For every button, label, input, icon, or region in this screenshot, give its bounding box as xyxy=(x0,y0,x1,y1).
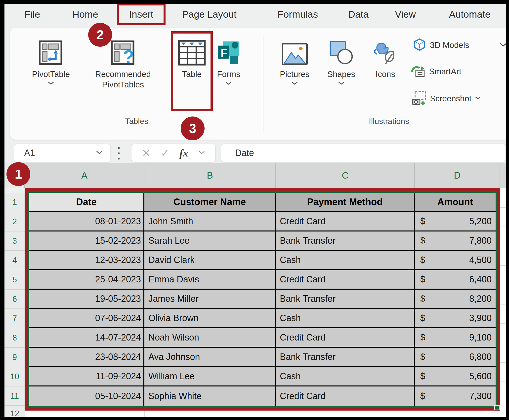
column-header-c[interactable]: C xyxy=(276,163,415,188)
table-cell-method[interactable]: Cash xyxy=(276,367,415,386)
row-header-11[interactable]: 11 xyxy=(4,386,25,406)
table-cell-method[interactable]: Credit Card xyxy=(276,212,415,231)
table-cell-amount[interactable]: $6,800 xyxy=(415,348,496,367)
table-cell-amount[interactable]: $9,100 xyxy=(415,328,496,348)
table-cell-date[interactable]: 07-06-2024 xyxy=(29,309,144,328)
row-header-3[interactable]: 3 xyxy=(4,231,25,251)
chevron-down-icon[interactable] xyxy=(199,151,205,155)
row-header-9[interactable]: 9 xyxy=(4,348,25,367)
table-cell-date[interactable]: 05-10-2024 xyxy=(29,386,144,406)
table-header-cell[interactable]: Amount xyxy=(415,193,496,212)
table-cell-amount[interactable]: $7,800 xyxy=(415,231,496,251)
formula-bar-drag-handle[interactable] xyxy=(117,147,120,159)
table-cell-name[interactable]: John Smith xyxy=(144,212,276,231)
insert-function-icon[interactable]: fx xyxy=(179,147,188,159)
table-cell-method[interactable]: Bank Transfer xyxy=(276,348,415,367)
table-cell-method[interactable]: Bank Transfer xyxy=(276,231,415,251)
chevron-down-icon[interactable] xyxy=(475,96,481,101)
amount-value: 9,100 xyxy=(469,332,492,343)
3d-models-button[interactable]: 3D Models xyxy=(413,38,469,53)
tab-home[interactable]: Home xyxy=(72,7,98,21)
enter-icon[interactable]: ✓ xyxy=(161,147,169,159)
formula-input[interactable]: Date xyxy=(221,144,506,162)
table-cell-method[interactable]: Credit Card xyxy=(276,386,415,406)
table-header-cell[interactable]: Date xyxy=(29,193,144,212)
chevron-down-icon[interactable] xyxy=(48,81,54,86)
table-button[interactable]: Table xyxy=(172,37,211,79)
row-header-4[interactable]: 4 xyxy=(4,251,25,270)
table-cell-name[interactable]: David Clark xyxy=(144,251,276,270)
row-header-2[interactable]: 2 xyxy=(4,212,25,231)
table-cell-date[interactable]: 11-09-2024 xyxy=(29,367,144,386)
select-all-corner[interactable] xyxy=(4,163,25,188)
tab-automate[interactable]: Automate xyxy=(449,7,491,21)
column-header-d[interactable]: D xyxy=(415,163,500,188)
fill-handle[interactable] xyxy=(494,405,500,410)
table-cell-amount[interactable]: $7,300 xyxy=(415,386,496,406)
screenshot-button[interactable]: Screenshot xyxy=(412,90,481,107)
unselected-cells-below[interactable] xyxy=(25,410,500,417)
recommended-pivottables-button[interactable]: ? Recommended PivotTables xyxy=(78,37,168,90)
table-cell-method[interactable]: Cash xyxy=(276,251,415,270)
table-cell-amount[interactable]: $8,200 xyxy=(415,290,496,309)
table-cell-amount[interactable]: $5,600 xyxy=(415,367,496,386)
table-header-cell[interactable]: Payment Method xyxy=(276,193,415,212)
tab-data[interactable]: Data xyxy=(348,7,369,21)
row-header-8[interactable]: 8 xyxy=(4,328,25,348)
table-cell-name[interactable]: Olivia Brown xyxy=(144,309,276,328)
chevron-down-icon[interactable] xyxy=(96,150,103,156)
table-cell-method[interactable]: Credit Card xyxy=(276,270,415,290)
tab-formulas[interactable]: Formulas xyxy=(278,7,318,21)
currency-symbol: $ xyxy=(420,371,425,382)
chevron-down-icon[interactable] xyxy=(225,81,232,86)
table-cell-name[interactable]: Sarah Lee xyxy=(144,231,276,251)
chevron-down-icon[interactable] xyxy=(338,81,344,86)
table-cell-amount[interactable]: $6,400 xyxy=(415,270,496,290)
row-header-6[interactable]: 6 xyxy=(4,290,25,309)
pictures-button[interactable]: Pictures xyxy=(273,37,316,86)
row-header-10[interactable]: 10 xyxy=(4,367,25,386)
table-cell-date[interactable]: 19-05-2023 xyxy=(29,290,144,309)
smartart-icon xyxy=(411,64,425,79)
pivottable-button[interactable]: PivotTable xyxy=(27,37,75,86)
tab-page-layout[interactable]: Page Layout xyxy=(182,7,236,21)
table-cell-name[interactable]: Ava Johnson xyxy=(144,348,276,367)
column-header-a[interactable]: A xyxy=(25,163,144,188)
table-cell-date[interactable]: 12-03-2023 xyxy=(29,251,144,270)
column-header-b[interactable]: B xyxy=(144,163,276,188)
chevron-down-icon[interactable] xyxy=(292,81,298,86)
tab-file[interactable]: File xyxy=(25,7,40,21)
smartart-button[interactable]: SmartArt xyxy=(411,64,461,79)
row-header-5[interactable]: 5 xyxy=(4,270,25,290)
row-header-1[interactable]: 1 xyxy=(4,193,25,212)
table-cell-date[interactable]: 14-07-2024 xyxy=(29,328,144,348)
table-cell-date[interactable]: 23-08-2024 xyxy=(29,348,144,367)
unselected-cells-right[interactable] xyxy=(500,188,506,417)
icons-button[interactable]: Icons xyxy=(365,37,406,79)
table-cell-name[interactable]: Emma Davis xyxy=(144,270,276,290)
table-cell-name[interactable]: James Miller xyxy=(144,290,276,309)
table-header-cell[interactable]: Customer Name xyxy=(144,193,276,212)
table-cell-date[interactable]: 25-04-2023 xyxy=(29,270,144,290)
table-cell-amount[interactable]: $5,200 xyxy=(415,212,496,231)
table-cell-date[interactable]: 15-02-2023 xyxy=(29,231,144,251)
table-cell-amount[interactable]: $4,500 xyxy=(415,251,496,270)
table-cell-method[interactable]: Bank Transfer xyxy=(276,290,415,309)
tab-insert[interactable]: Insert xyxy=(129,7,153,21)
table-cell-name[interactable]: Sophia White xyxy=(144,386,276,406)
table-cell-name[interactable]: William Lee xyxy=(144,367,276,386)
tab-view[interactable]: View xyxy=(395,7,416,21)
forms-button[interactable]: F Forms xyxy=(210,37,247,86)
gridline xyxy=(415,410,415,417)
cancel-icon[interactable]: ✕ xyxy=(142,147,150,159)
shapes-button[interactable]: Shapes xyxy=(319,37,364,86)
table-cell-date[interactable]: 08-01-2023 xyxy=(29,212,144,231)
table-cell-method[interactable]: Credit Card xyxy=(276,328,415,348)
row-header-12[interactable]: 12 xyxy=(4,406,25,417)
table-cell-amount[interactable]: $3,900 xyxy=(415,309,496,328)
name-box[interactable]: A1 xyxy=(14,144,111,162)
row-header-7[interactable]: 7 xyxy=(4,309,25,328)
table-cell-name[interactable]: Noah Wilson xyxy=(144,328,276,348)
table-cell-method[interactable]: Cash xyxy=(276,309,415,328)
column-header-partial[interactable] xyxy=(500,163,506,188)
